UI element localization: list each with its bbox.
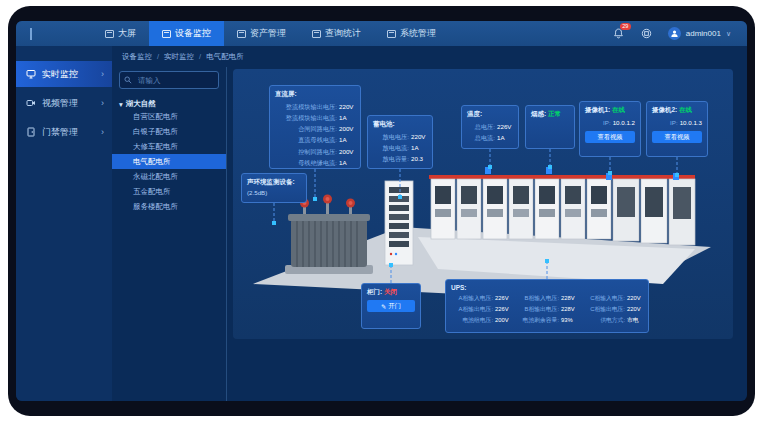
card-title: 摄像机2: (652, 106, 677, 113)
sidebar-item-label: 实时监控 (42, 68, 78, 81)
tree-search (119, 71, 219, 89)
card-title: 声环境监测设备: (247, 178, 301, 187)
nav-tab-statistics[interactable]: 查询统计 (299, 21, 374, 46)
nav-tab-label: 查询统计 (325, 27, 361, 40)
bus-card: 温度: 总电压:226V 总电流:1A (461, 105, 519, 149)
chevron-down-icon: ∨ (726, 30, 731, 38)
nav-tab-label: 资产管理 (250, 27, 286, 40)
smoke-sensor-card: 烟感: 正常 (525, 105, 575, 149)
chevron-right-icon: › (101, 98, 104, 108)
card-title: 温度: (467, 110, 513, 119)
tree-item[interactable]: 大修车配电所 (112, 139, 226, 154)
nav-tab-system[interactable]: 系统管理 (374, 21, 449, 46)
tree-item[interactable]: 白银子配电所 (112, 124, 226, 139)
card-title: 摄像机1: (585, 106, 610, 113)
video-camera-icon (26, 98, 36, 108)
camera1-card: 摄像机1: 在线 IP:10.0.1.2 查看视频 (579, 101, 641, 157)
station-tree: ▾ 湖大自然 自营区配电所 白银子配电所 大修车配电所 电气配电所 永磁北配电所… (119, 99, 219, 214)
main-area: 直流屏: 整流模块输出电压:220V 整流模块输出电流:1A 合闸回路电压:20… (227, 67, 747, 401)
sidebar: 实时监控 › 视频管理 › 门禁管理 › (16, 46, 112, 401)
battery-card: 蓄电池: 放电电压:220V 放电电流:1A 放电容量:20.3 (367, 115, 433, 169)
tree-expander-icon: ▾ (119, 100, 123, 109)
tree-item[interactable]: 永磁北配电所 (112, 169, 226, 184)
tree-item[interactable]: 五金配电所 (112, 184, 226, 199)
smoke-status: 正常 (548, 110, 561, 117)
card-title: UPS: (451, 284, 643, 291)
ups-grid: A相输入电压:226V B相输入电压:228V C相输入电压:220V A相输出… (451, 293, 643, 326)
breadcrumb-item-current: 电气配电所 (206, 52, 244, 62)
cabinet-door-card: 柜门: 关闭 ✎开门 (361, 283, 421, 329)
user-name: admin001 (686, 29, 721, 38)
chevron-right-icon: › (101, 127, 104, 137)
tree-item[interactable]: 自营区配电所 (112, 109, 226, 124)
tree-root-label: 湖大自然 (126, 99, 156, 109)
navbar-right: 29 admin001 ∨ (612, 21, 747, 46)
collapse-menu-icon[interactable] (16, 21, 46, 46)
user-menu[interactable]: admin001 ∨ (668, 27, 731, 40)
view-video-button[interactable]: 查看视频 (652, 131, 702, 143)
sidebar-item-realtime-monitor[interactable]: 实时监控 › (16, 61, 112, 87)
camera1-ip: 10.0.1.2 (613, 117, 635, 128)
nav-tab-dashboard[interactable]: 大屏 (92, 21, 149, 46)
control-rack (385, 181, 413, 265)
search-icon (124, 76, 132, 84)
dc-panel-card: 直流屏: 整流模块输出电压:220V 整流模块输出电流:1A 合闸回路电压:20… (269, 85, 361, 169)
card-title: 柜门: (367, 288, 382, 295)
fullscreen-icon[interactable] (640, 27, 654, 41)
monitor-screen-icon (26, 69, 36, 79)
substation-3d-stage: 直流屏: 整流模块输出电压:220V 整流模块输出电流:1A 合闸回路电压:20… (233, 69, 733, 339)
chart-icon (312, 30, 321, 38)
card-title: 直流屏: (275, 90, 355, 99)
camera2-status: 在线 (679, 106, 692, 113)
sidebar-item-video-management[interactable]: 视频管理 › (16, 90, 112, 116)
nav-tabs: 大屏 设备监控 资产管理 查询统计 系统管理 (92, 21, 449, 46)
switchgear-row (431, 179, 695, 245)
breadcrumb: 设备监控 / 实时监控 / 电气配电所 (112, 46, 747, 67)
asset-icon (237, 30, 246, 38)
noise-monitor-card: 声环境监测设备: (2.5dB) (241, 173, 307, 203)
tree-root-node[interactable]: ▾ 湖大自然 (119, 99, 219, 109)
tree-item[interactable]: 服务楼配电所 (112, 199, 226, 214)
search-input[interactable] (136, 75, 214, 86)
door-status: 关闭 (384, 288, 397, 295)
sensor-box (485, 167, 491, 174)
window-frame: 大屏 设备监控 资产管理 查询统计 系统管理 29 (8, 6, 755, 416)
nav-tab-label: 系统管理 (400, 27, 436, 40)
ups-card: UPS: A相输入电压:226V B相输入电压:228V C相输入电压:220V… (445, 279, 649, 333)
camera-device (606, 173, 612, 180)
transformer (285, 195, 373, 275)
view-video-button[interactable]: 查看视频 (585, 131, 635, 143)
camera2-ip: 10.0.1.3 (680, 117, 702, 128)
chevron-right-icon: › (101, 69, 104, 79)
breadcrumb-item[interactable]: 设备监控 (122, 52, 152, 62)
pencil-icon: ✎ (381, 303, 386, 310)
card-title: 烟感: (531, 110, 546, 117)
monitor-icon (162, 30, 171, 38)
tree-item-selected[interactable]: 电气配电所 (112, 154, 226, 169)
sidebar-item-access-control[interactable]: 门禁管理 › (16, 119, 112, 145)
camera1-status: 在线 (612, 106, 625, 113)
breadcrumb-item[interactable]: 实时监控 (164, 52, 194, 62)
sidebar-item-label: 门禁管理 (42, 126, 78, 139)
breadcrumb-separator: / (199, 52, 201, 61)
top-navbar: 大屏 设备监控 资产管理 查询统计 系统管理 29 (16, 21, 747, 46)
gear-icon (387, 30, 396, 38)
nav-tab-label: 设备监控 (175, 27, 211, 40)
avatar (668, 27, 681, 40)
nav-tab-assets[interactable]: 资产管理 (224, 21, 299, 46)
camera2-card: 摄像机2: 在线 IP:10.0.1.3 查看视频 (646, 101, 708, 157)
open-door-button[interactable]: ✎开门 (367, 300, 415, 312)
sidebar-item-label: 视频管理 (42, 97, 78, 110)
nav-tab-label: 大屏 (118, 27, 136, 40)
card-title: 蓄电池: (373, 120, 427, 129)
breadcrumb-separator: / (157, 52, 159, 61)
door-icon (26, 127, 36, 137)
noise-value: (2.5dB) (247, 189, 301, 196)
station-tree-panel: ▾ 湖大自然 自营区配电所 白银子配电所 大修车配电所 电气配电所 永磁北配电所… (112, 67, 227, 401)
sensor-box (546, 167, 552, 174)
nav-tab-device-monitor[interactable]: 设备监控 (149, 21, 224, 46)
notification-badge: 29 (620, 23, 631, 30)
notification-bell-icon[interactable]: 29 (612, 27, 626, 41)
camera-device (673, 173, 679, 180)
screen-icon (105, 30, 114, 38)
